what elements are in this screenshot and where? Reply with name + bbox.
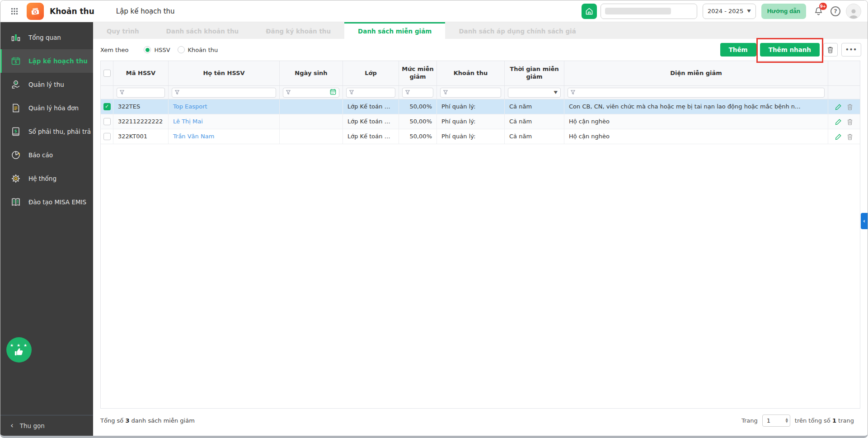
feedback-button[interactable]: ★ ★ ★ [6,337,32,363]
filter-input-4[interactable] [402,88,433,98]
delete-row-icon[interactable] [847,133,853,140]
delete-row-icon[interactable] [847,118,853,125]
collapse-sidebar-button[interactable]: ‹ Thu gọn [0,415,93,436]
edit-icon[interactable] [835,133,842,140]
column-header-3[interactable]: Lớp [343,61,399,85]
edit-icon[interactable] [835,118,842,125]
filter-input-5[interactable] [440,88,501,98]
app-logo-icon [27,3,44,20]
app-title: Khoản thu [50,7,94,16]
total-summary: Tổng số 3 danh sách miễn giảm [100,417,195,424]
column-header-0[interactable]: Mã HSSV [113,61,169,85]
tab-4[interactable]: Danh sách áp dụng chính sách giá [445,22,589,39]
sidebar-item-0[interactable]: Tổng quan [0,26,93,49]
cell-category: Hộ cận nghèo [564,114,828,129]
sidebar-item-3[interactable]: Quản lý hóa đơn [0,96,93,120]
filter-input-7[interactable] [568,88,825,98]
apps-grid-icon[interactable] [9,5,20,17]
filter-input-0[interactable] [117,88,165,98]
cell-dob [280,129,343,144]
filter-cell-3 [343,86,399,99]
sidebar-item-4[interactable]: $Sổ phải thu, phải trả [0,120,93,143]
delete-button[interactable] [823,43,838,57]
student-name-link[interactable]: Top Easport [173,103,207,110]
filter-select-6[interactable]: ▼ [508,88,561,98]
guide-button[interactable]: Hướng dẫn [761,4,806,19]
column-header-5[interactable]: Khoản thu [437,61,505,85]
help-button[interactable]: ? [830,6,840,16]
column-header-2[interactable]: Ngày sinh [280,61,343,85]
sidebar-item-6[interactable]: Hệ thống [0,167,93,190]
notifications-button[interactable]: 9+ [812,5,825,18]
add-button[interactable]: Thêm [720,43,756,57]
cell-dob [280,114,343,129]
calendar-money-icon: $ [10,56,21,66]
sidebar-item-7[interactable]: Đào tạo MISA EMIS [0,190,93,214]
total-count: 3 [125,417,129,424]
filter-funnel-icon [405,89,410,96]
filter-input-2[interactable] [283,88,339,98]
column-header-7[interactable]: Diện miễn giảm [564,61,828,85]
sidebar-menu: Tổng quan$Lập kế hoạch thu$Quản lý thuQu… [0,22,93,214]
view-by-radio-1[interactable]: Khoản thu [178,46,218,53]
pages-total-text: trên tổng số 1 trang [795,417,854,424]
column-header-4[interactable]: Mức miễn giảm [399,61,437,85]
radio-label: Khoản thu [188,47,218,53]
view-by-radio-0[interactable]: HSSV [144,46,170,53]
filter-input-3[interactable] [346,88,395,98]
cell-name: Top Easport [169,99,280,114]
more-options-button[interactable]: ••• [841,43,861,57]
pages-count: 1 [832,417,836,424]
search-input[interactable] [601,4,697,19]
calendar-icon[interactable] [330,89,336,96]
table-row[interactable]: 322KT001Trần Văn NamLớp Kế toán C...50,0… [101,129,860,144]
select-all-checkbox[interactable] [103,70,111,77]
filter-cell-2 [280,86,343,99]
tab-0[interactable]: Quy trình [93,22,153,39]
cell-period: Cả năm [505,129,564,144]
row-checkbox[interactable]: ✓ [103,103,111,110]
toolbar-actions: Thêm Thêm nhanh ••• [720,43,861,57]
page-number-input[interactable]: ▲ ▼ [762,414,790,427]
avatar[interactable] [846,4,861,19]
quick-add-button[interactable]: Thêm nhanh [760,43,820,57]
radio-icon [144,46,151,53]
tab-1[interactable]: Danh sách khoản thu [153,22,253,39]
filter-cell-0 [113,86,169,99]
page-stepper[interactable]: ▲ ▼ [785,418,788,423]
collapse-label: Thu gọn [20,422,45,429]
sidebar: Tổng quan$Lập kế hoạch thu$Quản lý thuQu… [0,22,93,436]
page-number-field[interactable] [767,417,780,424]
help-glyph: ? [834,8,837,14]
sidebar-item-1[interactable]: $Lập kế hoạch thu [0,49,93,73]
table-row[interactable]: 322112222222Lê Thị MaiLớp Kế toán C...50… [101,114,860,129]
chevron-down-icon: ▼ [747,9,751,13]
view-by-label: Xem theo [100,47,128,53]
tab-2[interactable]: Đăng ký khoản thu [252,22,344,39]
sidebar-item-2[interactable]: $Quản lý thu [0,73,93,96]
row-checkbox[interactable] [103,118,111,125]
student-name-link[interactable]: Lê Thị Mai [173,118,203,125]
grid-empty-area [101,144,860,408]
column-header-1[interactable]: Họ tên HSSV [169,61,280,85]
stepper-down-icon: ▼ [785,420,788,423]
top-bar: Khoản thu Lập kế hoạch thu 2024 - 2025 ▼… [0,0,868,22]
edit-icon[interactable] [835,104,842,110]
delete-row-icon[interactable] [847,104,853,110]
row-checkbox-cell [101,129,113,144]
filter-input-1[interactable] [172,88,276,98]
school-year-select[interactable]: 2024 - 2025 ▼ [703,4,756,19]
sidebar-item-label: Đào tạo MISA EMIS [28,198,86,206]
table-row[interactable]: ✓322TESTop EasportLớp Kế toán C...50,00%… [101,99,860,114]
cell-rate: 50,00% [399,129,437,144]
collapse-panel-tab[interactable]: ‹ [861,213,868,229]
row-checkbox[interactable] [103,133,111,140]
ledger-icon: $ [10,127,21,137]
student-name-link[interactable]: Trần Văn Nam [173,133,214,140]
filter-checkbox-cell [101,86,113,99]
tab-3[interactable]: Danh sách miễn giảm [344,22,445,39]
column-header-6[interactable]: Thời gian miễn giảm [505,61,564,85]
home-button[interactable] [582,4,597,19]
grid-wrapper: Mã HSSVHọ tên HSSVNgày sinhLớpMức miễn g… [93,61,868,409]
sidebar-item-5[interactable]: Báo cáo [0,143,93,167]
